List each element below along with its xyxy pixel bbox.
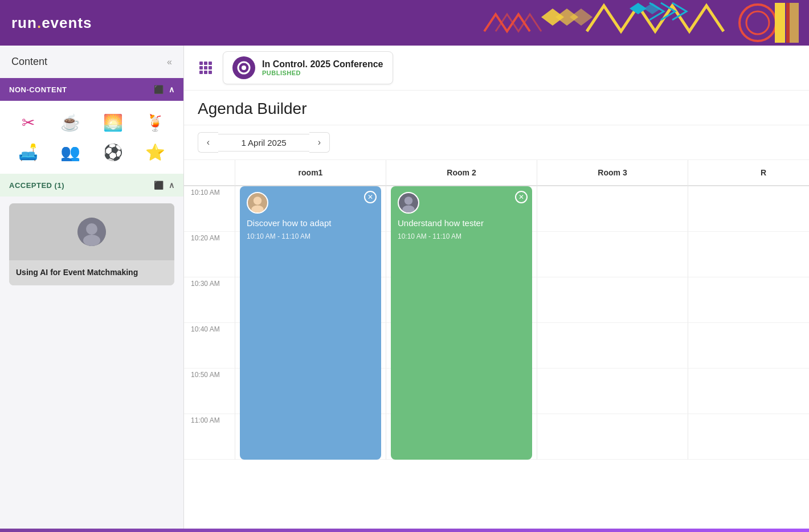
event-speaker-avatar — [247, 192, 268, 214]
col-header-room3: Room 3 — [537, 160, 688, 186]
chevron-up-icon[interactable]: ∧ — [169, 85, 175, 94]
svg-rect-6 — [788, 3, 799, 43]
svg-point-28 — [404, 197, 412, 204]
event-chip[interactable]: In Control. 2025 Conference PUBLISHED — [223, 51, 393, 84]
svg-rect-15 — [209, 62, 212, 65]
sidebar-collapse-button[interactable]: « — [167, 57, 172, 67]
event-logo-icon — [232, 56, 255, 79]
external-link-icon[interactable]: ⬛ — [154, 85, 164, 94]
event-title-discover: Discover how to adapt — [247, 218, 374, 228]
room3-slot-1030[interactable] — [537, 277, 688, 323]
calendar-area[interactable]: room1 Room 2 Room 3 R 10:10 AM ✕ — [184, 160, 809, 532]
page-title-bar: Agenda Builder — [184, 91, 809, 125]
page-title: Agenda Builder — [198, 100, 795, 118]
svg-point-3 — [739, 5, 776, 41]
room3-slot-1010[interactable] — [537, 186, 688, 232]
svg-rect-20 — [204, 71, 207, 74]
top-banner: run.events — [0, 0, 809, 46]
grid-icon-button[interactable] — [195, 58, 216, 78]
svg-point-11 — [86, 223, 97, 235]
sidebar: Content « NON-CONTENT ⬛ ∧ ✂ ☕ 🌅 🍹 🛋️ 👥 ⚽… — [0, 46, 184, 532]
event-block-understand[interactable]: ✕ Understand how tester 10:10 AM - 11:10… — [391, 186, 532, 460]
room4-slot-1030[interactable] — [688, 277, 809, 323]
room4-slot-1020[interactable] — [688, 232, 809, 277]
banner-decorations — [296, 0, 809, 46]
event-title-understand: Understand how tester — [398, 218, 525, 228]
main-layout: Content « NON-CONTENT ⬛ ∧ ✂ ☕ 🌅 🍹 🛋️ 👥 ⚽… — [0, 46, 809, 532]
session-card[interactable]: Using AI for Event Matchmaking — [9, 203, 174, 285]
date-nav: ‹ 1 April 2025 › — [184, 125, 809, 160]
room4-slot-1040[interactable] — [688, 323, 809, 369]
svg-point-25 — [254, 197, 262, 204]
sofa-icon[interactable]: 🛋️ — [9, 140, 47, 165]
room3-slot-1020[interactable] — [537, 232, 688, 277]
section-header-icons: ⬛ ∧ — [154, 85, 174, 94]
time-label-1100: 11:00 AM — [184, 414, 235, 460]
next-date-button[interactable]: › — [309, 132, 330, 153]
time-label-1040: 10:40 AM — [184, 323, 235, 369]
room3-slot-1050[interactable] — [537, 369, 688, 414]
col-header-time — [184, 160, 235, 186]
prev-date-button[interactable]: ‹ — [198, 132, 218, 153]
event-info: In Control. 2025 Conference PUBLISHED — [262, 59, 383, 76]
svg-marker-2 — [570, 9, 593, 26]
sunrise-icon[interactable]: 🌅 — [94, 110, 132, 135]
current-date-display: 1 April 2025 — [218, 134, 309, 152]
col-header-room2: Room 2 — [386, 160, 537, 186]
event-bar: In Control. 2025 Conference PUBLISHED — [184, 46, 809, 91]
star-icon[interactable]: ⭐ — [137, 140, 175, 165]
event-name: In Control. 2025 Conference — [262, 59, 383, 69]
event-status: PUBLISHED — [262, 69, 383, 76]
sidebar-header: Content « — [0, 46, 183, 78]
sidebar-title: Content — [11, 56, 47, 68]
col-header-room1: room1 — [235, 160, 386, 186]
accepted-section-header: ACCEPTED (1) ⬛ ∧ — [0, 174, 183, 197]
content-area: In Control. 2025 Conference PUBLISHED Ag… — [184, 46, 809, 532]
svg-rect-13 — [199, 62, 203, 65]
time-label-1020: 10:20 AM — [184, 232, 235, 277]
accepted-external-link-icon[interactable]: ⬛ — [154, 181, 164, 190]
room2-slot-1010[interactable]: ✕ Understand how tester 10:10 AM - 11:10… — [386, 186, 537, 232]
room4-slot-1100[interactable] — [688, 414, 809, 460]
svg-rect-14 — [204, 62, 207, 65]
svg-rect-7 — [786, 3, 790, 43]
room3-slot-1100[interactable] — [537, 414, 688, 460]
svg-point-23 — [242, 66, 246, 70]
svg-rect-16 — [199, 66, 203, 69]
card-image-area — [9, 203, 174, 260]
col-header-room4: R — [688, 160, 809, 186]
brand-logo: run.events — [11, 14, 92, 32]
soccer-icon[interactable]: ⚽ — [94, 140, 132, 165]
svg-point-26 — [251, 205, 263, 213]
event-close-button-2[interactable]: ✕ — [515, 191, 528, 203]
group-icon[interactable]: 👥 — [52, 140, 90, 165]
room4-slot-1010[interactable] — [688, 186, 809, 232]
time-label-1050: 10:50 AM — [184, 369, 235, 414]
calendar-grid: room1 Room 2 Room 3 R 10:10 AM ✕ — [184, 160, 809, 460]
card-title: Using AI for Event Matchmaking — [16, 267, 167, 279]
time-label-1010: 10:10 AM — [184, 186, 235, 232]
room3-slot-1040[interactable] — [537, 323, 688, 369]
event-block-discover[interactable]: ✕ Discover how to adapt 10:10 AM - 11:10… — [240, 186, 381, 460]
accepted-label: ACCEPTED (1) — [9, 181, 64, 190]
svg-rect-5 — [775, 3, 785, 43]
event-time-understand: 10:10 AM - 11:10 AM — [398, 232, 525, 240]
svg-rect-18 — [209, 66, 212, 69]
room4-slot-1050[interactable] — [688, 369, 809, 414]
accepted-header-icons: ⬛ ∧ — [154, 181, 174, 190]
svg-point-12 — [83, 235, 100, 246]
event-time-discover: 10:10 AM - 11:10 AM — [247, 232, 374, 240]
time-label-1030: 10:30 AM — [184, 277, 235, 323]
svg-rect-19 — [199, 71, 203, 74]
event-close-button[interactable]: ✕ — [364, 191, 377, 203]
non-content-label: NON-CONTENT — [9, 85, 67, 94]
utensils-icon[interactable]: ✂ — [9, 110, 47, 135]
cup-icon[interactable]: ☕ — [52, 110, 90, 135]
svg-marker-9 — [644, 3, 661, 14]
svg-point-29 — [402, 205, 414, 213]
card-avatar — [77, 218, 106, 246]
cocktail-icon[interactable]: 🍹 — [137, 110, 175, 135]
non-content-icon-grid: ✂ ☕ 🌅 🍹 🛋️ 👥 ⚽ ⭐ — [0, 101, 183, 174]
room1-slot-1010[interactable]: ✕ Discover how to adapt 10:10 AM - 11:10… — [235, 186, 386, 232]
accepted-chevron-up-icon[interactable]: ∧ — [169, 181, 175, 190]
